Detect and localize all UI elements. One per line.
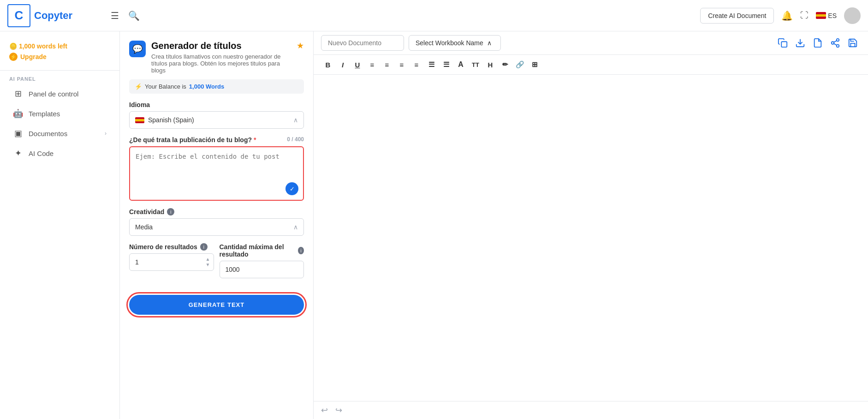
creativity-label: Creatividad bbox=[129, 208, 164, 215]
upgrade-icon: ⚡ bbox=[9, 53, 18, 61]
num-results-col: Número de resultados i ▲ ▼ bbox=[129, 243, 214, 278]
balance-bar: ⚡ Your Balance is 1,000 Words bbox=[129, 79, 304, 94]
link-button[interactable]: 🔗 bbox=[513, 58, 527, 72]
num-results-up-arrow[interactable]: ▲ bbox=[206, 257, 210, 262]
sidebar-item-panel[interactable]: ⊞ Panel de control bbox=[4, 84, 116, 103]
justify-button[interactable]: ≡ bbox=[410, 58, 423, 72]
sidebar-item-panel-label: Panel de control bbox=[29, 90, 78, 98]
bold-button[interactable]: B bbox=[321, 58, 335, 72]
table-button[interactable]: ⊞ bbox=[528, 58, 541, 72]
creativity-info-icon[interactable]: i bbox=[167, 208, 174, 215]
svg-point-3 bbox=[832, 42, 834, 44]
creativity-label-row: Creatividad i bbox=[129, 208, 304, 215]
svg-point-4 bbox=[837, 45, 839, 48]
creativity-value: Media bbox=[135, 223, 153, 231]
ordered-list-button[interactable]: ☰ bbox=[424, 58, 438, 72]
aicode-icon: ✦ bbox=[13, 148, 23, 158]
num-results-label: Número de resultados bbox=[129, 243, 197, 251]
topic-label: ¿De qué trata la publicación de tu blog?… bbox=[129, 136, 304, 144]
generator-icon-box: 💬 bbox=[129, 41, 146, 57]
unordered-list-button[interactable]: ☰ bbox=[439, 58, 453, 72]
undo-button[interactable]: ↩ bbox=[321, 405, 328, 415]
underline-button[interactable]: U bbox=[351, 58, 364, 72]
idioma-select-left: Spanish (Spain) bbox=[135, 116, 194, 124]
documentos-icon: ▣ bbox=[13, 128, 23, 138]
creativity-section: Creatividad i Media ∧ bbox=[120, 208, 313, 243]
sidebar-item-documentos[interactable]: ▣ Documentos › bbox=[4, 124, 116, 143]
editor-panel: Select Workbook Name ∧ bbox=[314, 31, 868, 419]
sidebar: 🪙 1,000 words left ⚡ Upgrade AI PANEL ⊞ … bbox=[0, 31, 120, 419]
expand-icon[interactable]: ⛶ bbox=[800, 11, 809, 20]
font-color-button[interactable]: A bbox=[454, 58, 468, 72]
main-layout: 🪙 1,000 words left ⚡ Upgrade AI PANEL ⊞ … bbox=[0, 31, 868, 419]
align-right-button[interactable]: ≡ bbox=[395, 58, 409, 72]
editor-body[interactable] bbox=[314, 75, 868, 401]
max-length-input-wrap bbox=[220, 261, 304, 278]
align-left-button[interactable]: ≡ bbox=[365, 58, 379, 72]
workbook-label: Select Workbook Name bbox=[416, 39, 483, 47]
generator-header: 💬 Generador de títulos Crea títulos llam… bbox=[120, 31, 313, 79]
sidebar-item-templates[interactable]: 🤖 Templates bbox=[4, 104, 116, 123]
editor-format-bar: B I U ≡ ≡ ≡ ≡ ☰ ☰ A TT H ✏ 🔗 ⊞ bbox=[314, 55, 868, 75]
heading-button[interactable]: H bbox=[483, 58, 497, 72]
doc-name-input[interactable] bbox=[321, 35, 404, 51]
generator-title-area: Generador de títulos Crea títulos llamat… bbox=[151, 41, 291, 74]
workbook-select[interactable]: Select Workbook Name ∧ bbox=[409, 35, 501, 51]
max-length-label-row: Cantidad máxima del resultado i bbox=[220, 243, 304, 258]
words-left-label: words left bbox=[37, 42, 67, 50]
toolbar-save-button[interactable] bbox=[845, 35, 861, 51]
svg-point-2 bbox=[837, 39, 839, 42]
idioma-flag-icon bbox=[135, 117, 144, 123]
creativity-dropdown[interactable]: Media ∧ bbox=[129, 218, 304, 236]
toolbar-actions bbox=[775, 35, 861, 51]
header-icons: ☰ 🔍 bbox=[111, 10, 140, 21]
num-results-info-icon[interactable]: i bbox=[200, 243, 208, 251]
num-results-arrows[interactable]: ▲ ▼ bbox=[206, 257, 210, 267]
redo-button[interactable]: ↪ bbox=[335, 405, 342, 415]
align-center-button[interactable]: ≡ bbox=[380, 58, 394, 72]
menu-icon[interactable]: ☰ bbox=[111, 10, 119, 21]
logo-letter: C bbox=[15, 8, 24, 23]
bell-icon[interactable]: 🔔 bbox=[781, 10, 793, 21]
generator-panel: 💬 Generador de títulos Crea títulos llam… bbox=[120, 31, 314, 419]
search-icon[interactable]: 🔍 bbox=[128, 10, 140, 21]
max-length-input[interactable] bbox=[220, 261, 304, 278]
number-inputs-section: Número de resultados i ▲ ▼ bbox=[120, 243, 313, 286]
logo-text: Copyter bbox=[34, 10, 72, 22]
toolbar-download-button[interactable] bbox=[792, 35, 808, 51]
textarea-check-button[interactable]: ✓ bbox=[285, 182, 298, 195]
svg-line-5 bbox=[834, 43, 837, 45]
num-results-down-arrow[interactable]: ▼ bbox=[206, 263, 210, 267]
content-area: 💬 Generador de títulos Crea títulos llam… bbox=[120, 31, 868, 419]
panel-icon: ⊞ bbox=[13, 89, 23, 99]
required-marker: * bbox=[254, 136, 256, 144]
italic-button[interactable]: I bbox=[336, 58, 350, 72]
topic-textarea[interactable] bbox=[130, 147, 303, 198]
pen-button[interactable]: ✏ bbox=[498, 58, 512, 72]
upgrade-button[interactable]: ⚡ Upgrade bbox=[9, 53, 110, 61]
max-length-info-icon[interactable]: i bbox=[298, 247, 304, 254]
logo-box: C bbox=[7, 4, 30, 27]
idioma-dropdown[interactable]: Spanish (Spain) ∧ bbox=[129, 111, 304, 129]
idioma-label: Idioma bbox=[129, 101, 304, 108]
create-ai-document-button[interactable]: Create AI Document bbox=[700, 8, 774, 24]
language-selector[interactable]: ES bbox=[816, 12, 837, 19]
max-length-col: Cantidad máxima del resultado i bbox=[220, 243, 304, 278]
generator-icon: 💬 bbox=[132, 44, 143, 54]
generate-text-button[interactable]: GENERATE TEXT bbox=[129, 295, 304, 315]
balance-value: 1,000 Words bbox=[189, 83, 224, 90]
sidebar-item-aicode[interactable]: ✦ AI Code bbox=[4, 144, 116, 163]
generate-section: GENERATE TEXT bbox=[120, 286, 313, 324]
idioma-chevron-icon: ∧ bbox=[293, 116, 298, 124]
toolbar-share-button[interactable] bbox=[827, 35, 843, 51]
text-size-button[interactable]: TT bbox=[469, 58, 482, 72]
svg-rect-0 bbox=[781, 42, 787, 47]
favorite-icon[interactable]: ★ bbox=[297, 41, 304, 51]
upgrade-label: Upgrade bbox=[20, 53, 47, 60]
toolbar-doc-button[interactable] bbox=[810, 35, 826, 51]
toolbar-copy-button[interactable] bbox=[775, 35, 791, 51]
user-avatar[interactable] bbox=[844, 7, 861, 24]
balance-label: Your Balance is bbox=[145, 83, 186, 90]
num-results-input[interactable] bbox=[129, 253, 214, 271]
sidebar-words-area: 🪙 1,000 words left ⚡ Upgrade bbox=[0, 39, 119, 68]
